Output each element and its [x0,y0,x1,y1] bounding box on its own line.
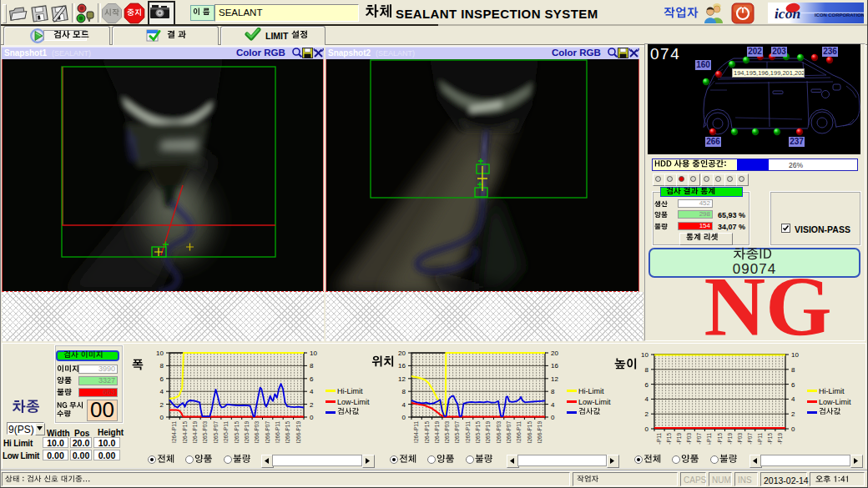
svg-text:16: 16 [398,362,406,370]
svg-text:2: 2 [160,401,164,409]
svg-text:16: 16 [551,362,558,370]
svg-text:I266-P15: I266-P15 [527,421,532,444]
svg-text:4: 4 [645,395,649,403]
svg-text:10: 10 [156,350,164,357]
svg-text:I264-P15: I264-P15 [424,421,430,444]
svg-text:icon: icon [775,5,800,22]
svg-text:ICON CORPORATION: ICON CORPORATION [815,13,864,18]
svg-text:4: 4 [791,395,795,403]
svg-text:I265-P07: I265-P07 [454,421,460,444]
svg-text:I266-P07: I266-P07 [265,421,270,444]
svg-text:I266-P07: I266-P07 [506,421,512,444]
svg-text:8: 8 [310,362,314,370]
svg-text:0: 0 [160,414,164,421]
svg-text:I266-P03: I266-P03 [254,421,260,444]
svg-text:I264-P19: I264-P19 [434,421,440,444]
svg-text:8: 8 [791,366,795,374]
svg-text:0: 0 [645,425,649,433]
svg-text:I265-P11: I265-P11 [223,421,229,443]
svg-text:I264-P19: I264-P19 [676,433,682,445]
svg-text:6: 6 [310,375,314,383]
svg-text:I265-P15: I265-P15 [234,421,240,444]
svg-text:I266-P03: I266-P03 [496,421,502,444]
svg-text:I265-P07: I265-P07 [696,433,702,445]
svg-text:I266-P19: I266-P19 [537,421,542,444]
svg-text:2: 2 [310,401,314,409]
svg-text:0: 0 [791,425,795,433]
svg-text:I264-P11: I264-P11 [171,421,177,443]
svg-text:I265-P03: I265-P03 [686,433,692,445]
svg-text:I266-P19: I266-P19 [295,421,301,444]
svg-text:10: 10 [641,351,648,359]
svg-text:10: 10 [791,351,799,359]
svg-text:12: 12 [551,375,558,383]
svg-text:0: 0 [402,414,406,421]
svg-text:I264-P15: I264-P15 [182,421,188,444]
svg-text:0: 0 [551,414,555,421]
svg-text:I265-P19: I265-P19 [244,421,250,444]
svg-text:I265-P15: I265-P15 [475,421,481,444]
svg-text:8: 8 [160,362,164,370]
svg-text:I265-P11: I265-P11 [465,421,471,443]
svg-text:I264-P11: I264-P11 [413,421,419,443]
svg-text:4: 4 [310,388,314,395]
svg-text:2: 2 [645,410,649,418]
svg-text:4: 4 [551,401,555,409]
svg-text:6: 6 [160,375,164,383]
svg-text:I265-P15: I265-P15 [717,433,723,445]
svg-text:I265-P07: I265-P07 [213,421,219,444]
svg-text:6: 6 [791,381,795,389]
svg-text:I266-P11: I266-P11 [757,433,763,445]
svg-text:12: 12 [398,375,406,383]
svg-text:2: 2 [791,410,795,418]
svg-text:I266-P11: I266-P11 [516,421,522,443]
svg-text:I266-P15: I266-P15 [285,421,290,444]
svg-text:I264-P15: I264-P15 [666,433,672,445]
svg-text:4: 4 [160,388,164,395]
svg-text:I265-P19: I265-P19 [485,421,491,444]
svg-text:8: 8 [645,366,649,374]
svg-text:8: 8 [402,388,406,395]
svg-text:I266-P11: I266-P11 [275,421,280,443]
svg-text:4: 4 [402,401,406,409]
svg-text:I264-P19: I264-P19 [192,421,198,444]
svg-text:I266-P07: I266-P07 [747,433,753,445]
svg-text:0: 0 [310,414,314,421]
svg-text:I265-P19: I265-P19 [727,433,733,445]
svg-text:I266-P15: I266-P15 [767,433,773,445]
svg-text:20: 20 [551,350,558,357]
svg-text:I265-P03: I265-P03 [444,421,450,444]
svg-text:I266-P03: I266-P03 [737,433,743,445]
svg-text:20: 20 [398,350,406,357]
svg-text:8: 8 [551,388,555,395]
svg-text:6: 6 [645,381,649,389]
svg-text:I266-P19: I266-P19 [777,433,783,445]
svg-text:I265-P03: I265-P03 [202,421,208,444]
svg-text:I265-P11: I265-P11 [706,433,712,445]
svg-text:I264-P11: I264-P11 [656,433,662,445]
svg-text:10: 10 [310,350,317,357]
